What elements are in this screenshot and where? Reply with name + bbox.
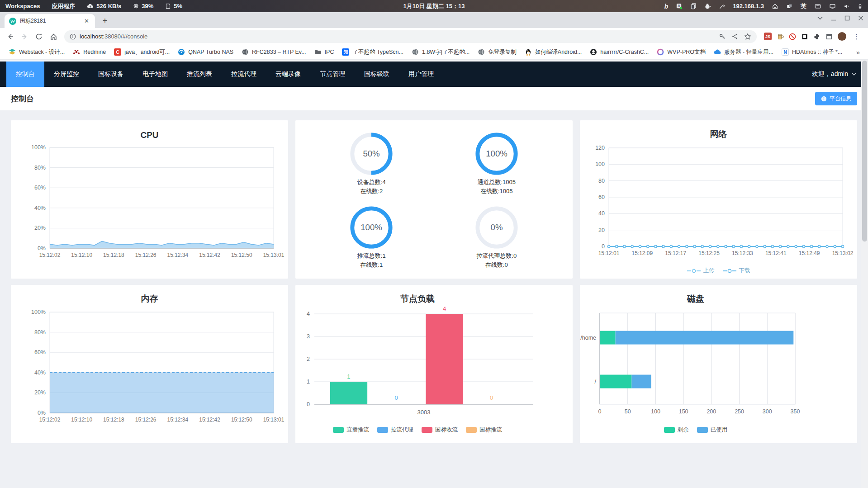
globe-dark-icon [242, 48, 249, 56]
tab-close-icon[interactable]: ✕ [83, 18, 90, 24]
bookmark-item[interactable]: 服务器 - 轻量应用... [710, 47, 778, 58]
globe-icon [412, 48, 419, 56]
svg-text:1: 1 [307, 379, 310, 385]
close-window-icon[interactable] [858, 15, 863, 21]
volume-icon[interactable] [844, 3, 850, 9]
maximize-icon[interactable] [844, 15, 850, 21]
puzzle-extension-icon[interactable] [813, 33, 821, 40]
minimize-icon[interactable] [831, 15, 836, 21]
bookmark-item[interactable]: 1.8W字|了不起的... [408, 47, 474, 58]
bookmark-item[interactable]: Cjava、android可... [110, 47, 174, 58]
bookmarks-list: Webstack - 设计...RedmineCjava、android可...… [5, 47, 846, 58]
back-button[interactable] [4, 30, 16, 43]
battery-icon[interactable] [858, 3, 863, 10]
nav-tab[interactable]: 国标级联 [355, 62, 399, 87]
bookmark-item[interactable]: 如何编译Android... [521, 47, 586, 58]
share-icon[interactable] [731, 33, 738, 40]
cpu-chart-title: CPU [11, 120, 288, 142]
nav-tab[interactable]: 拉流代理 [222, 62, 266, 87]
bookmark-item[interactable]: IPC [310, 47, 338, 57]
home-tray-icon[interactable] [772, 3, 778, 9]
svg-text:60%: 60% [34, 349, 46, 355]
dashboard-cards: CPU 0%20%40%60%80%100%15:12:0215:12:1015… [0, 110, 868, 443]
legend-item[interactable]: 国标推流 [466, 426, 502, 434]
display-tray-icon[interactable] [829, 3, 836, 9]
color-picker-icon[interactable] [719, 3, 725, 9]
frame-extension-icon[interactable] [825, 33, 833, 40]
bing-tray-icon[interactable]: b [664, 3, 669, 10]
bookmark-item[interactable]: 知了不起的 TypeScri... [338, 47, 408, 58]
cpu-usage-label: 39% [142, 3, 153, 9]
user-menu[interactable]: 欢迎，admin [812, 70, 856, 78]
legend-item[interactable]: 剩余 [664, 426, 689, 434]
nav-tab[interactable]: 控制台 [6, 62, 44, 87]
legend-item[interactable]: 下载 [723, 267, 750, 275]
nav-tab[interactable]: 云端录像 [266, 62, 310, 87]
nav-tab[interactable]: 分屏监控 [44, 62, 89, 87]
password-key-icon[interactable] [719, 33, 726, 40]
address-bar[interactable]: localhost:38080/#/console [64, 30, 757, 43]
keyboard-layout-icon[interactable] [814, 3, 821, 9]
legend-item[interactable]: 直播推流 [333, 426, 369, 434]
reload-button[interactable] [33, 30, 45, 43]
legend-item[interactable]: 上传 [687, 267, 715, 275]
legend-item[interactable]: 拉流代理 [377, 426, 413, 434]
site-info-icon[interactable] [70, 33, 76, 40]
bookmark-item[interactable]: RFC2833 – RTP Ev... [237, 47, 310, 57]
nav-tab[interactable]: 电子地图 [133, 62, 177, 87]
nav-tab[interactable]: 用户管理 [399, 62, 443, 87]
js-extension-icon[interactable]: JS [764, 33, 772, 40]
platform-info-button[interactable]: 平台信息 [815, 92, 857, 105]
bookmark-item[interactable]: 免登录复制 [474, 47, 521, 58]
workspaces-button[interactable]: Workspaces [5, 3, 40, 9]
svg-text:20: 20 [598, 227, 605, 233]
home-button[interactable] [47, 30, 60, 43]
svg-text:15:12:42: 15:12:42 [199, 417, 220, 423]
svg-text:40%: 40% [34, 205, 46, 211]
nav-tab[interactable]: 国标设备 [89, 62, 133, 87]
beer-extension-icon[interactable] [777, 33, 784, 40]
kettle-tray-icon[interactable] [704, 3, 711, 9]
input-method-indicator[interactable]: 英 [801, 2, 806, 10]
workspace-switcher-icon[interactable] [786, 3, 793, 9]
svg-text:100%: 100% [31, 309, 46, 315]
memory-usage-indicator[interactable]: 5% [165, 3, 182, 9]
bookmark-item[interactable]: QNAP Turbo NAS [174, 47, 237, 57]
network-speed-indicator[interactable]: 526 KB/s [87, 3, 121, 9]
screenshot-extension-icon[interactable] [801, 33, 808, 40]
gauge: 0%拉流代理总数:0在线数:0 [434, 200, 560, 274]
bookmark-item[interactable]: Redmine [69, 47, 110, 57]
globe-icon [478, 48, 485, 56]
nav-tab[interactable]: 节点管理 [310, 62, 355, 87]
nav-tab[interactable]: 推流列表 [177, 62, 222, 87]
ip-address-indicator[interactable]: 192.168.1.3 [733, 3, 764, 9]
svg-text:15:12:42: 15:12:42 [199, 252, 220, 258]
chevron-down-icon[interactable] [817, 16, 823, 20]
bookmark-item[interactable]: WVP-PRO文档 [653, 47, 710, 58]
folder-icon [314, 48, 322, 56]
screenshot-tool-icon[interactable]: A [676, 3, 683, 9]
clock[interactable]: 1月10日 星期二 15：13 [403, 2, 465, 10]
legend-item[interactable]: 国标收流 [422, 426, 458, 434]
svg-text:15:12:33: 15:12:33 [732, 250, 753, 256]
applications-button[interactable]: 应用程序 [52, 2, 75, 10]
new-tab-button[interactable]: + [99, 14, 111, 27]
forward-button[interactable] [18, 30, 31, 43]
svg-text:15:12:02: 15:12:02 [39, 252, 61, 258]
adblock-extension-icon[interactable] [789, 33, 796, 40]
browser-menu-icon[interactable]: ⋮ [851, 33, 862, 41]
legend-label: 下载 [739, 267, 750, 275]
scrollbar-thumb[interactable] [862, 61, 867, 242]
bookmark-item[interactable]: Webstack - 设计... [5, 47, 69, 58]
bookmarks-overflow-chevron[interactable]: » [856, 48, 863, 56]
legend-item[interactable]: 已使用 [697, 426, 728, 434]
profile-avatar[interactable] [838, 32, 846, 41]
bookmark-item[interactable]: hairrrrr/C-CrashC... [586, 47, 653, 57]
page-scrollbar[interactable] [861, 60, 868, 488]
svg-text:80%: 80% [34, 329, 46, 336]
copy-tray-icon[interactable] [690, 3, 697, 9]
bookmark-item[interactable]: NHDAtmos :: 种子 *... [778, 47, 846, 58]
cpu-usage-indicator[interactable]: 39% [133, 3, 153, 9]
browser-tab[interactable]: 国标28181 ✕ [5, 14, 95, 28]
bookmark-star-icon[interactable] [744, 33, 751, 40]
